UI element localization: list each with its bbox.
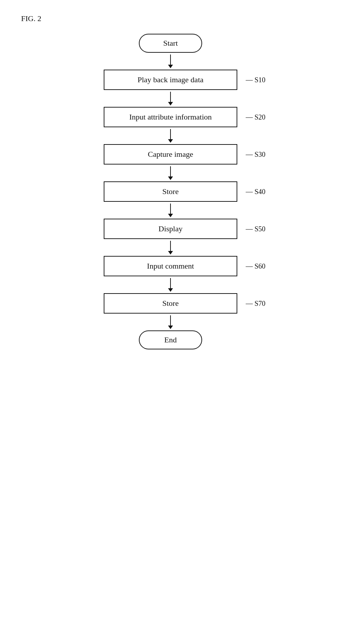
node-s20: Input attribute information (104, 107, 237, 127)
step-label-s10: S10 (246, 76, 265, 84)
step-label-s40: S40 (246, 188, 265, 196)
step-label-s20: S20 (246, 113, 265, 121)
node-s70: Store (104, 293, 237, 314)
node-container-start: Start (139, 34, 202, 53)
arrow-2 (170, 127, 171, 144)
page: FIG. 2 Start Play back image data S10 (0, 0, 341, 644)
row-s30: Capture image S30 (21, 144, 320, 165)
node-container-s30: Capture image S30 (104, 144, 237, 165)
arrow-line-7 (170, 315, 171, 329)
arrow-line-2 (170, 129, 171, 142)
arrow-line-5 (170, 241, 171, 254)
row-start: Start (21, 34, 320, 53)
node-s10: Play back image data (104, 70, 237, 90)
node-s30: Capture image (104, 144, 237, 165)
row-end: End (21, 330, 320, 349)
arrow-1 (170, 90, 171, 107)
step-label-s70: S70 (246, 300, 265, 308)
node-container-s40: Store S40 (104, 181, 237, 202)
node-container-end: End (139, 330, 202, 349)
arrow-line-6 (170, 278, 171, 291)
node-container-s70: Store S70 (104, 293, 237, 314)
node-container-s50: Display S50 (104, 219, 237, 239)
row-s60: Input comment S60 (21, 256, 320, 276)
node-s60: Input comment (104, 256, 237, 276)
arrow-4 (170, 202, 171, 219)
arrow-line-4 (170, 204, 171, 217)
figure-label: FIG. 2 (21, 14, 320, 23)
step-label-s50: S50 (246, 225, 265, 233)
node-s40: Store (104, 181, 237, 202)
arrow-3 (170, 165, 171, 181)
arrow-line-3 (170, 166, 171, 180)
row-s20: Input attribute information S20 (21, 107, 320, 127)
arrow-line-0 (170, 54, 171, 68)
node-container-s20: Input attribute information S20 (104, 107, 237, 127)
arrow-6 (170, 276, 171, 293)
arrow-5 (170, 239, 171, 256)
row-s50: Display S50 (21, 219, 320, 239)
node-s50: Display (104, 219, 237, 239)
arrow-line-1 (170, 92, 171, 105)
row-s70: Store S70 (21, 293, 320, 314)
row-s40: Store S40 (21, 181, 320, 202)
node-end: End (139, 330, 202, 349)
node-start: Start (139, 34, 202, 53)
arrow-7 (170, 314, 171, 330)
node-container-s60: Input comment S60 (104, 256, 237, 276)
row-s10: Play back image data S10 (21, 70, 320, 90)
step-label-s30: S30 (246, 150, 265, 159)
node-container-s10: Play back image data S10 (104, 70, 237, 90)
flowchart: Start Play back image data S10 (21, 34, 320, 349)
step-label-s60: S60 (246, 262, 265, 270)
arrow-0 (170, 53, 171, 70)
